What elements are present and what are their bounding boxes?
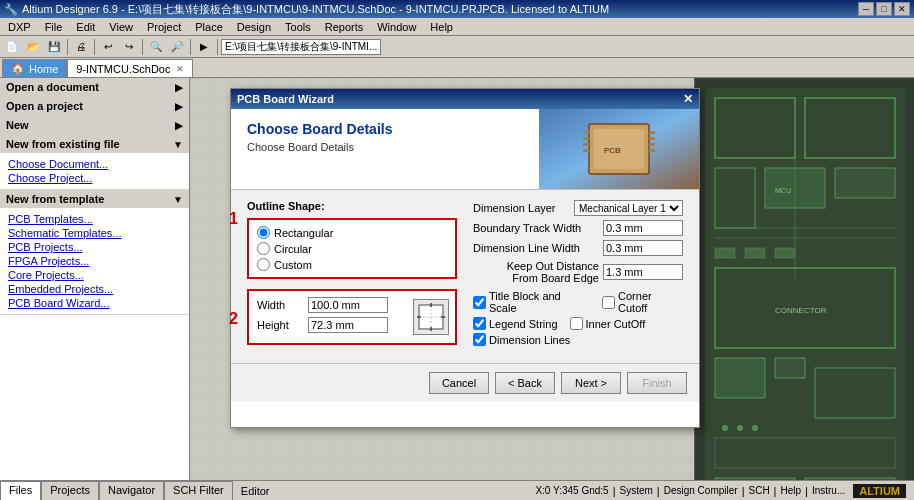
dialog-buttons: Cancel < Back Next > Finish <box>231 363 699 402</box>
cb-corner-cutoff[interactable]: Corner Cutoff <box>602 290 683 314</box>
dimension-layer-select[interactable]: Mechanical Layer 1 <box>574 200 683 216</box>
sidebar-header-new-label: New <box>6 119 29 131</box>
title-bar-left: 🔧 Altium Designer 6.9 - E:\项目七集\转接板合集\9-… <box>4 2 609 17</box>
radio-rectangular[interactable]: Rectangular <box>257 226 447 239</box>
sidebar-link-core-projects[interactable]: Core Projects... <box>8 268 181 282</box>
tb-zoom-in[interactable]: 🔍 <box>146 38 166 56</box>
radio-custom[interactable]: Custom <box>257 258 447 271</box>
tb-undo[interactable]: ↩ <box>98 38 118 56</box>
sidebar-header-template[interactable]: New from template ▼ <box>0 190 189 208</box>
tab-close-icon[interactable]: ✕ <box>176 64 184 74</box>
menu-help[interactable]: Help <box>424 20 459 34</box>
menu-edit[interactable]: Edit <box>70 20 101 34</box>
tb-new[interactable]: 📄 <box>2 38 22 56</box>
sidebar-section-existing: New from existing file ▼ Choose Document… <box>0 135 189 190</box>
menu-view[interactable]: View <box>103 20 139 34</box>
sidebar-content-template: PCB Templates... Schematic Templates... … <box>0 208 189 314</box>
cb-corner-cutoff-input[interactable] <box>602 296 615 309</box>
cancel-button[interactable]: Cancel <box>429 372 489 394</box>
dialog-close-button[interactable]: ✕ <box>683 92 693 106</box>
sidebar-link-pcb-board-wizard[interactable]: PCB Board Wizard... <box>8 296 181 310</box>
status-instru[interactable]: Instru... <box>812 485 845 496</box>
cb-inner-cutoff-label: Inner CutOff <box>586 318 646 330</box>
sidebar-link-choose-proj[interactable]: Choose Project... <box>8 171 181 185</box>
maximize-button[interactable]: □ <box>876 2 892 16</box>
wizard-right-column: Dimension Layer Mechanical Layer 1 Bound… <box>473 200 683 353</box>
radio-custom-input[interactable] <box>257 258 270 271</box>
sidebar-section-template: New from template ▼ PCB Templates... Sch… <box>0 190 189 315</box>
sidebar-link-pcb-projects[interactable]: PCB Projects... <box>8 240 181 254</box>
width-input[interactable] <box>308 297 388 313</box>
chevron-down-icon-open-proj: ▶ <box>175 101 183 112</box>
tb-zoom-out[interactable]: 🔎 <box>167 38 187 56</box>
cb-inner-cutoff[interactable]: Inner CutOff <box>570 317 646 330</box>
menu-window[interactable]: Window <box>371 20 422 34</box>
sidebar-header-existing[interactable]: New from existing file ▼ <box>0 135 189 153</box>
sidebar: Open a document ▶ Open a project ▶ New ▶… <box>0 78 190 480</box>
cb-legend-string-input[interactable] <box>473 317 486 330</box>
cb-dimension-lines[interactable]: Dimension Lines <box>473 333 570 346</box>
tb-open[interactable]: 📂 <box>23 38 43 56</box>
menu-reports[interactable]: Reports <box>319 20 370 34</box>
status-sep-3: | <box>742 485 745 497</box>
dimension-line-input[interactable] <box>603 240 683 256</box>
altium-logo: ALTIUM <box>853 484 906 498</box>
radio-custom-label: Custom <box>274 259 312 271</box>
tb-save[interactable]: 💾 <box>44 38 64 56</box>
tb-compile[interactable]: ▶ <box>194 38 214 56</box>
menu-dxp[interactable]: DXP <box>2 20 37 34</box>
home-icon: 🏠 <box>11 62 25 75</box>
sidebar-link-fpga-projects[interactable]: FPGA Projects... <box>8 254 181 268</box>
sidebar-header-existing-label: New from existing file <box>6 138 120 150</box>
chevron-down-icon-new: ▶ <box>175 120 183 131</box>
cb-title-block[interactable]: Title Block and Scale <box>473 290 590 314</box>
next-button[interactable]: Next > <box>561 372 621 394</box>
menu-file[interactable]: File <box>39 20 69 34</box>
boundary-track-input[interactable] <box>603 220 683 236</box>
minimize-button[interactable]: ─ <box>858 2 874 16</box>
tb-print[interactable]: 🖨 <box>71 38 91 56</box>
bottom-tab-sch-filter[interactable]: SCH Filter <box>164 481 233 500</box>
close-button[interactable]: ✕ <box>894 2 910 16</box>
back-button[interactable]: < Back <box>495 372 555 394</box>
bottom-tab-navigator[interactable]: Navigator <box>99 481 164 500</box>
menu-tools[interactable]: Tools <box>279 20 317 34</box>
toolbar: 📄 📂 💾 🖨 ↩ ↪ 🔍 🔎 ▶ E:\项目七集\转接板合集\9-INTMI.… <box>0 36 914 58</box>
finish-button[interactable]: Finish <box>627 372 687 394</box>
tb-separator-4 <box>190 39 191 55</box>
cb-dimension-lines-input[interactable] <box>473 333 486 346</box>
bottom-tab-files[interactable]: Files <box>0 481 41 500</box>
cb-title-block-input[interactable] <box>473 296 486 309</box>
tb-separator-5 <box>217 39 218 55</box>
svg-rect-50 <box>649 131 655 134</box>
svg-text:PCB: PCB <box>604 146 621 155</box>
sidebar-link-choose-doc[interactable]: Choose Document... <box>8 157 181 171</box>
sidebar-link-pcb-templates[interactable]: PCB Templates... <box>8 212 181 226</box>
sidebar-link-embedded-projects[interactable]: Embedded Projects... <box>8 282 181 296</box>
height-label: Height <box>257 319 302 331</box>
radio-circular[interactable]: Circular <box>257 242 447 255</box>
menu-design[interactable]: Design <box>231 20 277 34</box>
status-help[interactable]: Help <box>780 485 801 496</box>
tb-redo[interactable]: ↪ <box>119 38 139 56</box>
status-system[interactable]: System <box>620 485 653 496</box>
sidebar-header-open-doc[interactable]: Open a document ▶ <box>0 78 189 96</box>
tab-home[interactable]: 🏠 Home <box>2 59 67 77</box>
keepout-input[interactable] <box>603 264 683 280</box>
height-input[interactable] <box>308 317 388 333</box>
cb-inner-cutoff-input[interactable] <box>570 317 583 330</box>
cb-legend-string[interactable]: Legend String <box>473 317 558 330</box>
radio-rectangular-input[interactable] <box>257 226 270 239</box>
radio-circular-input[interactable] <box>257 242 270 255</box>
sidebar-header-open-proj[interactable]: Open a project ▶ <box>0 97 189 115</box>
wizard-body: 1 Outline Shape: Rectangular Circul <box>231 189 699 363</box>
sidebar-header-new[interactable]: New ▶ <box>0 116 189 134</box>
tab-schematic[interactable]: 9-INTMCU.SchDoc ✕ <box>67 59 193 77</box>
status-design-compiler[interactable]: Design Compiler <box>664 485 738 496</box>
status-sch[interactable]: SCH <box>748 485 769 496</box>
menu-project[interactable]: Project <box>141 20 187 34</box>
bottom-tab-projects[interactable]: Projects <box>41 481 99 500</box>
path-text: E:\项目七集\转接板合集\9-INTMI... <box>225 40 377 54</box>
sidebar-link-schematic-templates[interactable]: Schematic Templates... <box>8 226 181 240</box>
menu-place[interactable]: Place <box>189 20 229 34</box>
